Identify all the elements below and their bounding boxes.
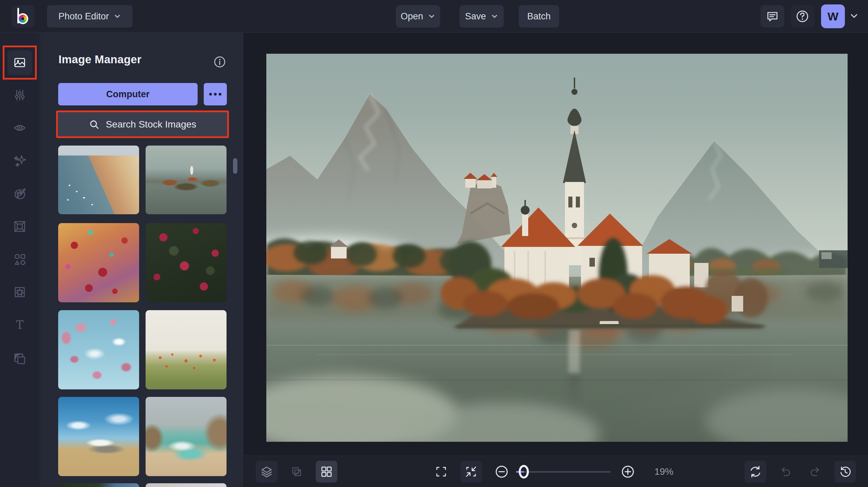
batch-button[interactable]: Batch	[519, 5, 559, 28]
sidebar-item-artsy[interactable]	[7, 182, 32, 206]
stock-thumbnail[interactable]	[58, 397, 139, 476]
undo-button[interactable]	[774, 461, 796, 483]
fullscreen-icon	[434, 465, 448, 479]
zoom-in-button[interactable]	[617, 461, 639, 483]
zoom-out-button[interactable]	[491, 461, 513, 483]
sidebar-item-overlays[interactable]	[7, 347, 32, 371]
open-button[interactable]: Open	[396, 5, 440, 28]
reset-sync-icon	[748, 465, 763, 479]
edit-sliders-icon	[12, 88, 27, 103]
grid-view-button[interactable]	[316, 461, 337, 483]
befunky-logo[interactable]	[12, 5, 35, 28]
sidebar-item-touch-up[interactable]	[7, 116, 32, 140]
overlays-icon	[12, 351, 27, 366]
undo-icon	[778, 465, 792, 479]
befunky-photo-editor: Photo Editor Open Save Batch	[0, 0, 868, 487]
computer-source-button[interactable]: Computer	[58, 83, 198, 105]
user-menu-chevron-icon[interactable]	[850, 13, 858, 19]
graphics-shapes-icon	[12, 252, 27, 267]
panel-title: Image Manager	[59, 53, 141, 66]
stock-thumbnail[interactable]	[58, 146, 139, 214]
text-tool-icon: T	[12, 318, 27, 333]
sidebar-item-graphics[interactable]	[7, 247, 32, 272]
stock-thumbnail[interactable]	[146, 397, 227, 476]
stock-thumbnail[interactable]	[58, 310, 139, 389]
reset-button[interactable]	[745, 461, 766, 483]
image-manager-panel: Image Manager Computer Search Stock Imag…	[40, 33, 244, 487]
chevron-down-icon	[491, 14, 498, 19]
history-clock-icon	[838, 465, 852, 479]
zoom-level-value: 19%	[645, 456, 683, 487]
stock-thumbnail[interactable]	[58, 483, 139, 487]
before-after-icon	[289, 465, 304, 479]
zoom-out-icon	[494, 464, 510, 480]
redo-icon	[808, 465, 822, 479]
save-button[interactable]: Save	[460, 5, 504, 28]
frames-icon	[12, 219, 27, 234]
effects-sparkles-icon	[12, 153, 27, 168]
tutorial-highlight-search: Search Stock Images	[56, 111, 229, 138]
more-sources-button[interactable]	[204, 83, 227, 105]
image-manager-icon	[12, 55, 27, 70]
canvas-image[interactable]	[266, 54, 848, 442]
editor-canvas	[244, 33, 868, 456]
layers-button[interactable]	[256, 461, 278, 483]
fit-screen-icon	[464, 465, 478, 479]
bottom-toolbar: 19%	[244, 456, 868, 487]
textures-icon	[12, 285, 27, 300]
sidebar-item-edit[interactable]	[7, 83, 32, 107]
chevron-down-icon	[114, 14, 121, 19]
redo-button[interactable]	[804, 461, 826, 483]
touchup-eye-icon	[12, 120, 27, 135]
sidebar-item-textures[interactable]	[7, 280, 32, 304]
stock-thumbnail[interactable]	[146, 146, 227, 214]
fullscreen-button[interactable]	[430, 461, 452, 483]
help-circle-icon	[796, 10, 809, 23]
compare-button[interactable]	[286, 461, 307, 483]
svg-text:T: T	[16, 318, 24, 332]
sidebar-item-frames[interactable]	[7, 214, 32, 239]
stock-thumbnail[interactable]	[146, 483, 227, 487]
search-icon	[89, 119, 100, 130]
layers-icon	[260, 465, 274, 479]
artsy-palette-icon	[12, 186, 27, 201]
app-mode-menu[interactable]: Photo Editor	[47, 5, 133, 28]
chevron-down-icon	[428, 14, 435, 19]
info-icon[interactable]	[213, 55, 226, 68]
zoom-in-icon	[620, 464, 636, 480]
panel-scrollbar[interactable]	[233, 158, 237, 174]
history-button[interactable]	[834, 461, 856, 483]
stock-thumbnail[interactable]	[146, 223, 227, 302]
ellipsis-icon	[209, 93, 212, 96]
help-button[interactable]	[790, 5, 814, 28]
stock-thumbnail[interactable]	[146, 310, 227, 389]
feedback-chat-button[interactable]	[761, 5, 784, 28]
zoom-slider[interactable]	[516, 461, 611, 483]
comment-icon	[766, 10, 779, 23]
sidebar-item-image-manager[interactable]	[7, 50, 32, 75]
tool-sidebar: T	[0, 33, 40, 487]
zoom-slider-handle[interactable]	[519, 465, 529, 478]
sidebar-item-effects[interactable]	[7, 149, 32, 173]
user-avatar[interactable]: W	[821, 4, 845, 28]
search-stock-images-button[interactable]: Search Stock Images	[58, 112, 227, 136]
zoom-slider-track	[516, 471, 611, 473]
sidebar-item-text[interactable]: T	[7, 313, 32, 337]
fit-to-screen-button[interactable]	[460, 461, 482, 483]
stock-thumbnail[interactable]	[58, 223, 139, 302]
grid-icon	[319, 465, 334, 479]
top-bar: Photo Editor Open Save Batch	[0, 0, 868, 33]
app-mode-label: Photo Editor	[59, 11, 109, 22]
befunky-b-icon	[17, 8, 29, 25]
